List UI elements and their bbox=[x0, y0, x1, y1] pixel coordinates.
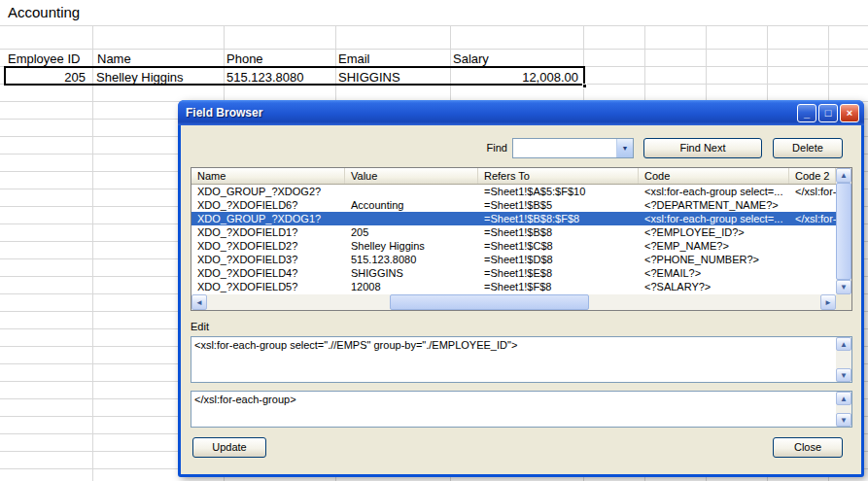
cell-name: XDO_GROUP_?XDOG1? bbox=[191, 212, 345, 225]
field-table-row[interactable]: XDO_?XDOFIELD6? Accounting =Sheet1!$B$5 … bbox=[191, 198, 836, 212]
dialog-titlebar[interactable]: Field Browser _ □ × bbox=[178, 100, 864, 125]
cell-code2: </xsl:for-each... bbox=[789, 185, 836, 198]
field-table-row[interactable]: XDO_GROUP_?XDOG1? =Sheet1!$B$8:$F$8 <xsl… bbox=[191, 212, 836, 225]
field-table-row[interactable]: XDO_?XDOFIELD3? 515.123.8080 =Sheet1!$D$… bbox=[191, 253, 836, 266]
column-header-code2[interactable]: Code 2 bbox=[789, 168, 836, 184]
sheet-header-employee-id[interactable]: Employee ID bbox=[8, 51, 80, 66]
edit-code-value[interactable]: <xsl:for-each-group select=".//EMPS" gro… bbox=[194, 339, 834, 351]
cell-code: <?DEPARTMENT_NAME?> bbox=[639, 198, 789, 212]
edit-code-input[interactable]: <xsl:for-each-group select=".//EMPS" gro… bbox=[191, 336, 852, 383]
cell-refers: =Sheet1!$C$8 bbox=[478, 239, 639, 253]
scroll-left-icon[interactable]: ◄ bbox=[191, 294, 207, 310]
cell-refers: =Sheet1!$B$8:$F$8 bbox=[478, 212, 639, 225]
cell-value: Accounting bbox=[345, 198, 478, 212]
close-button[interactable]: Close bbox=[773, 437, 843, 458]
scroll-down-icon[interactable]: ▼ bbox=[836, 368, 851, 382]
cell-code2 bbox=[789, 239, 836, 253]
field-table-header: Name Value Refers To Code Code 2 bbox=[191, 168, 836, 185]
cell-name: XDO_?XDOFIELD6? bbox=[191, 198, 345, 212]
cell-refers: =Sheet1!$B$8 bbox=[478, 225, 639, 239]
fill-handle[interactable] bbox=[582, 84, 587, 88]
hscroll-track[interactable] bbox=[207, 294, 820, 310]
dialog-title: Field Browser bbox=[186, 106, 795, 120]
cell-value bbox=[345, 185, 478, 198]
scroll-down-icon[interactable]: ▼ bbox=[836, 280, 851, 294]
field-browser-dialog: Field Browser _ □ × Find ▼ Find Next Del… bbox=[178, 100, 864, 477]
cell-value: 515.123.8080 bbox=[345, 253, 478, 266]
column-header-name[interactable]: Name bbox=[191, 168, 345, 184]
selection-border bbox=[4, 66, 585, 86]
cell-code: <xsl:for-each-group select=... bbox=[639, 212, 789, 225]
cell-name: XDO_?XDOFIELD3? bbox=[191, 253, 345, 266]
cell-refers: =Sheet1!$E$8 bbox=[478, 266, 639, 280]
scroll-up-icon[interactable]: ▲ bbox=[836, 392, 851, 405]
sheet-header-name[interactable]: Name bbox=[97, 51, 131, 66]
cell-name: XDO_GROUP_?XDOG2? bbox=[191, 185, 345, 198]
sheet-header-phone[interactable]: Phone bbox=[226, 51, 263, 66]
edit-code2-input[interactable]: </xsl:for-each-group> ▲ ▼ bbox=[191, 391, 852, 428]
column-header-code[interactable]: Code bbox=[639, 168, 789, 184]
cell-code: <?EMAIL?> bbox=[639, 266, 789, 280]
field-table-row[interactable]: XDO_?XDOFIELD1? 205 =Sheet1!$B$8 <?EMPLO… bbox=[191, 225, 836, 239]
cell-name: XDO_?XDOFIELD4? bbox=[191, 266, 345, 280]
cell-code: <?EMP_NAME?> bbox=[639, 239, 789, 253]
cell-value bbox=[345, 212, 478, 225]
delete-button[interactable]: Delete bbox=[773, 138, 843, 158]
cell-name: XDO_?XDOFIELD5? bbox=[191, 280, 345, 293]
close-icon[interactable]: × bbox=[840, 104, 859, 122]
cell-refers: =Sheet1!$B$5 bbox=[478, 198, 639, 212]
column-header-refers-to[interactable]: Refers To bbox=[478, 168, 639, 184]
sheet-cell-accounting[interactable]: Accounting bbox=[8, 3, 80, 20]
cell-code2 bbox=[789, 266, 836, 280]
sheet-header-email[interactable]: Email bbox=[338, 51, 370, 66]
field-table-row[interactable]: XDO_?XDOFIELD2? Shelley Higgins =Sheet1!… bbox=[191, 239, 836, 253]
cell-value: 205 bbox=[345, 225, 478, 239]
scrollbar-corner bbox=[836, 294, 851, 310]
scroll-right-icon[interactable]: ► bbox=[820, 294, 836, 310]
edit-scrollbar[interactable]: ▲ ▼ bbox=[836, 337, 851, 382]
edit-label: Edit bbox=[191, 321, 209, 332]
cell-refers: =Sheet1!$A$5:$F$10 bbox=[478, 185, 639, 198]
cell-value: SHIGGINS bbox=[345, 266, 478, 280]
field-table-row[interactable]: XDO_?XDOFIELD4? SHIGGINS =Sheet1!$E$8 <?… bbox=[191, 266, 836, 280]
cell-code: <?PHONE_NUMBER?> bbox=[639, 253, 789, 266]
table-horizontal-scrollbar[interactable]: ◄ ► bbox=[191, 294, 836, 310]
chevron-down-icon[interactable]: ▼ bbox=[616, 139, 633, 157]
cell-code: <xsl:for-each-group select=... bbox=[639, 185, 789, 198]
cell-refers: =Sheet1!$D$8 bbox=[478, 253, 639, 266]
minimize-icon[interactable]: _ bbox=[797, 104, 816, 122]
sheet-header-salary[interactable]: Salary bbox=[453, 51, 489, 66]
cell-name: XDO_?XDOFIELD1? bbox=[191, 225, 345, 239]
find-input-value[interactable] bbox=[513, 139, 616, 157]
cell-code2: </xsl:for-each bbox=[789, 212, 836, 225]
maximize-icon[interactable]: □ bbox=[818, 104, 838, 122]
edit-scrollbar[interactable]: ▲ ▼ bbox=[836, 392, 851, 427]
scroll-up-icon[interactable]: ▲ bbox=[836, 337, 851, 351]
find-next-button[interactable]: Find Next bbox=[643, 138, 762, 158]
cell-code2 bbox=[789, 198, 836, 212]
cell-code2 bbox=[789, 280, 836, 293]
field-table: Name Value Refers To Code Code 2 XDO_GRO… bbox=[191, 167, 852, 311]
field-table-row[interactable]: XDO_?XDOFIELD5? 12008 =Sheet1!$F$8 <?SAL… bbox=[191, 280, 836, 293]
scroll-up-icon[interactable]: ▲ bbox=[836, 168, 851, 183]
cell-code: <?EMPLOYEE_ID?> bbox=[639, 225, 789, 239]
edit-code2-value[interactable]: </xsl:for-each-group> bbox=[194, 394, 834, 405]
find-label: Find bbox=[469, 142, 507, 154]
cell-refers: =Sheet1!$F$8 bbox=[478, 280, 639, 293]
cell-code: <?SALARY?> bbox=[639, 280, 789, 293]
cell-name: XDO_?XDOFIELD2? bbox=[191, 239, 345, 253]
update-button[interactable]: Update bbox=[192, 437, 266, 458]
cell-code2 bbox=[789, 253, 836, 266]
scroll-down-icon[interactable]: ▼ bbox=[836, 413, 851, 427]
cell-code2 bbox=[789, 225, 836, 239]
find-input[interactable]: ▼ bbox=[512, 138, 634, 158]
cell-value: 12008 bbox=[345, 280, 478, 293]
column-header-value[interactable]: Value bbox=[345, 168, 478, 184]
vscroll-thumb[interactable] bbox=[836, 183, 851, 280]
hscroll-thumb[interactable] bbox=[390, 294, 589, 310]
field-table-row[interactable]: XDO_GROUP_?XDOG2? =Sheet1!$A$5:$F$10 <xs… bbox=[191, 185, 836, 198]
table-vertical-scrollbar[interactable]: ▲ ▼ bbox=[836, 168, 851, 294]
cell-value: Shelley Higgins bbox=[345, 239, 478, 253]
